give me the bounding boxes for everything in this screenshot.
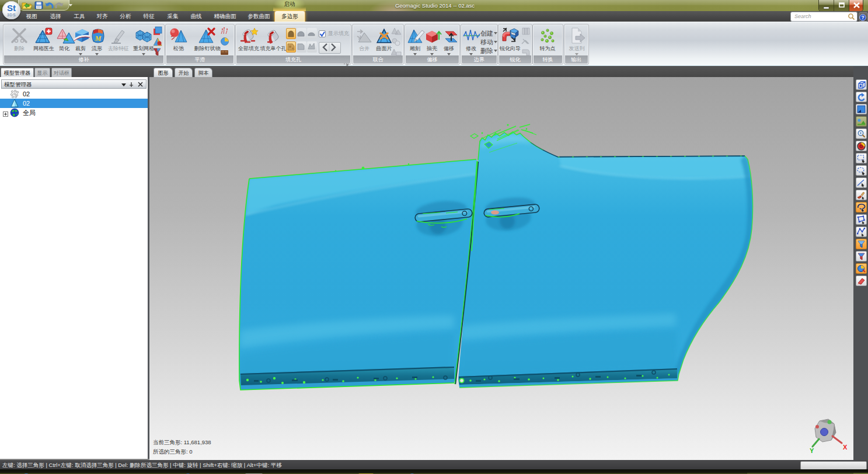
svg-text:M: M (95, 34, 102, 43)
svg-text:X: X (843, 444, 848, 451)
svg-text:?: ? (861, 15, 864, 20)
svg-text:Y: Y (810, 447, 814, 454)
